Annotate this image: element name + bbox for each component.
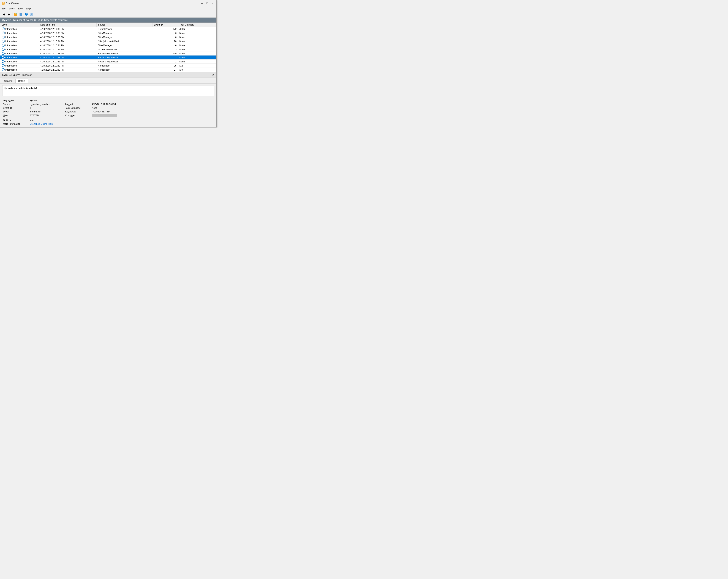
cell-level: iInformation xyxy=(0,35,39,39)
grid-button[interactable] xyxy=(19,12,23,17)
cell-source: Ntfs (Microsoft-Wind… xyxy=(97,39,153,43)
info-icon: i xyxy=(2,27,5,30)
cell-eventid: 27 xyxy=(153,68,178,72)
cell-source: FilterManager xyxy=(97,35,153,39)
cell-eventid: 172 xyxy=(153,27,178,31)
cell-datetime: 4/10/2018 12:10:33 PM xyxy=(39,64,97,68)
cell-taskcategory: None xyxy=(178,43,216,47)
task-category-label: Task Category: xyxy=(65,107,92,109)
col-source: Source xyxy=(97,23,153,27)
table-row[interactable]: iInformation4/10/2018 12:10:33 PMHyper-V… xyxy=(0,60,216,64)
table-row[interactable]: iInformation4/10/2018 12:10:35 PMFilterM… xyxy=(0,31,216,35)
table-row[interactable]: iInformation4/10/2018 12:10:35 PMFilterM… xyxy=(0,35,216,39)
keywords-value: (70368744177664) xyxy=(92,110,213,113)
col-level: Level xyxy=(0,23,39,27)
menu-view[interactable]: View xyxy=(17,7,25,10)
cell-taskcategory: (32) xyxy=(178,64,216,68)
table-row[interactable]: iInformation4/10/2018 12:10:33 PMKernel-… xyxy=(0,64,216,68)
cell-eventid: 6 xyxy=(153,35,178,39)
col-datetime: Date and Time xyxy=(39,23,97,27)
cell-datetime: 4/10/2018 12:10:33 PM xyxy=(39,56,97,60)
cell-source: IsolatedUserMode xyxy=(97,47,153,51)
table-row[interactable]: iInformation4/10/2018 12:10:33 PMIsolate… xyxy=(0,47,216,51)
event-id-label: Event ID: xyxy=(3,107,30,109)
title-bar: E Event Viewer — □ ✕ xyxy=(0,0,216,6)
cell-datetime: 4/10/2018 12:10:35 PM xyxy=(39,31,97,35)
svg-rect-9 xyxy=(21,15,22,16)
table-row[interactable]: iInformation4/10/2018 12:10:33 PMHyper-V… xyxy=(0,51,216,56)
back-button[interactable]: ◀ xyxy=(1,12,6,17)
table-row[interactable]: iInformation4/10/2018 12:10:33 PMKernel-… xyxy=(0,68,216,72)
cell-datetime: 4/10/2018 12:10:34 PM xyxy=(39,43,97,47)
level-text: Information xyxy=(5,40,17,43)
cell-level: iInformation xyxy=(0,64,39,68)
cell-taskcategory: None xyxy=(178,51,216,56)
section-name: System xyxy=(2,19,11,22)
report-button[interactable] xyxy=(29,12,34,17)
detail-close-button[interactable]: ✕ xyxy=(212,74,214,76)
cell-eventid: 25 xyxy=(153,64,178,68)
tab-details[interactable]: Details xyxy=(16,79,28,83)
col-eventid: Event ID xyxy=(153,23,178,27)
cell-datetime: 4/10/2018 12:10:33 PM xyxy=(39,51,97,56)
svg-rect-12 xyxy=(30,13,32,16)
menu-help[interactable]: Help xyxy=(25,7,32,10)
header-bar: System Number of events: 3,179 (!) New e… xyxy=(0,18,216,23)
minimize-button[interactable]: — xyxy=(199,1,204,5)
keywords-label: Keywords: xyxy=(65,110,92,113)
header-message: Number of events: 3,179 (!) New events a… xyxy=(13,19,68,22)
svg-rect-14 xyxy=(31,14,32,14)
info-icon: i xyxy=(2,60,5,63)
tab-general[interactable]: General xyxy=(2,79,15,83)
cell-eventid: 3 xyxy=(153,47,178,51)
computer-blurred xyxy=(92,114,116,117)
level-label: Level: xyxy=(3,110,30,113)
help-button[interactable]: ? xyxy=(24,12,29,17)
level-text: Information xyxy=(5,48,17,51)
info-icon: i xyxy=(2,32,5,34)
table-row[interactable]: iInformation4/10/2018 12:10:34 PMNtfs (M… xyxy=(0,39,216,43)
level-text: Information xyxy=(5,60,17,63)
info-icon: i xyxy=(2,44,5,47)
info-icon: i xyxy=(2,64,5,67)
cell-taskcategory: None xyxy=(178,56,216,60)
folder-button[interactable]: + xyxy=(13,12,18,17)
svg-text:?: ? xyxy=(26,13,27,16)
cell-level: iInformation xyxy=(0,39,39,43)
opcode-value: Info xyxy=(30,119,65,121)
log-name-label: Log Name: xyxy=(3,99,30,102)
info-icon: i xyxy=(2,48,5,51)
cell-eventid: 6 xyxy=(153,43,178,47)
event-list-scroll[interactable]: Level Date and Time Source Event ID Task… xyxy=(0,23,216,72)
user-value: SYSTEM xyxy=(30,114,65,118)
menu-action[interactable]: Action xyxy=(7,7,17,10)
maximize-button[interactable]: □ xyxy=(205,1,210,5)
cell-taskcategory: (203) xyxy=(178,27,216,31)
detail-panel: Event 2, Hyper-V-Hypervisor ✕ General De… xyxy=(0,72,216,127)
detail-title: Event 2, Hyper-V-Hypervisor xyxy=(2,74,32,76)
table-row[interactable]: iInformation4/10/2018 12:10:33 PMHyper-V… xyxy=(0,56,216,60)
computer-value xyxy=(92,114,213,118)
svg-rect-3 xyxy=(14,13,15,14)
cell-level: iInformation xyxy=(0,56,39,60)
cell-taskcategory: (33) xyxy=(178,68,216,72)
table-row[interactable]: iInformation4/10/2018 12:10:34 PMFilterM… xyxy=(0,43,216,47)
info-icon: i xyxy=(2,56,5,59)
menu-file[interactable]: File xyxy=(1,7,7,10)
event-log-online-help-link[interactable]: Event Log Online Help xyxy=(30,122,53,125)
cell-datetime: 4/10/2018 12:10:35 PM xyxy=(39,35,97,39)
info-icon: i xyxy=(2,52,5,55)
cell-source: Kernel-Boot xyxy=(97,68,153,72)
table-row[interactable]: iInformation4/10/2018 12:10:36 PMKernel-… xyxy=(0,27,216,31)
svg-rect-6 xyxy=(20,13,21,14)
cell-source: Hyper-V-Hypervisor xyxy=(97,56,153,60)
cell-datetime: 4/10/2018 12:10:36 PM xyxy=(39,27,97,31)
user-label: User: xyxy=(3,114,30,118)
close-button[interactable]: ✕ xyxy=(210,1,215,5)
cell-datetime: 4/10/2018 12:10:33 PM xyxy=(39,47,97,51)
svg-text:+: + xyxy=(16,13,17,14)
menu-bar: File Action View Help xyxy=(0,6,216,11)
svg-text:E: E xyxy=(2,2,4,4)
forward-button[interactable]: ▶ xyxy=(6,12,11,17)
svg-rect-8 xyxy=(20,15,21,16)
